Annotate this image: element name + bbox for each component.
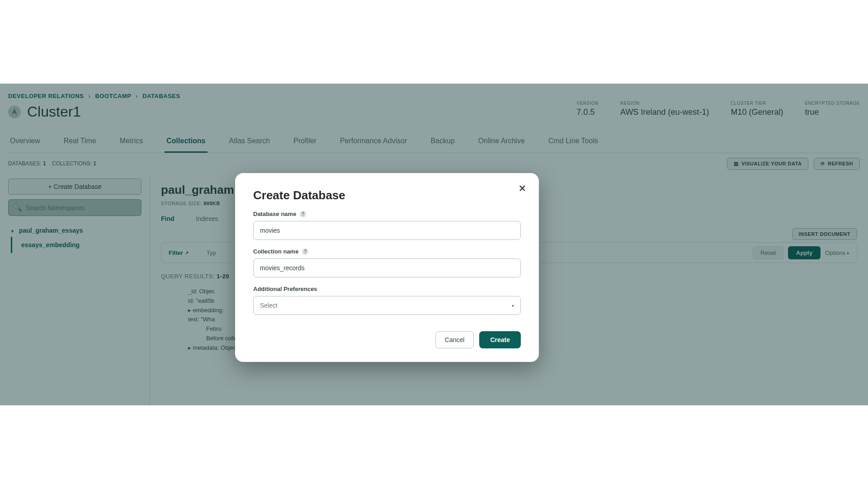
collection-name-input[interactable]: [253, 258, 521, 277]
modal-title: Create Database: [253, 188, 521, 202]
cancel-button[interactable]: Cancel: [435, 331, 474, 348]
help-icon[interactable]: ?: [302, 249, 308, 255]
create-database-modal: ✕ Create Database Database name ? Collec…: [235, 173, 539, 362]
close-icon[interactable]: ✕: [519, 183, 526, 194]
help-icon[interactable]: ?: [300, 211, 306, 217]
additional-preferences-label: Additional Preferences: [253, 286, 317, 292]
additional-preferences-select[interactable]: Select ▾: [253, 296, 521, 315]
database-name-label: Database name: [253, 211, 296, 217]
create-button[interactable]: Create: [479, 331, 521, 348]
select-placeholder: Select: [260, 302, 278, 309]
database-name-input[interactable]: [253, 221, 521, 240]
collection-name-label: Collection name: [253, 248, 298, 255]
chevron-down-icon: ▾: [512, 303, 514, 308]
